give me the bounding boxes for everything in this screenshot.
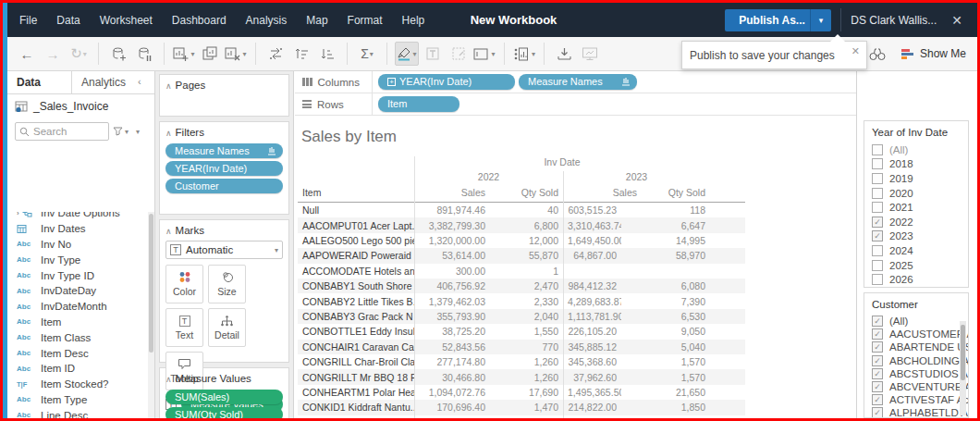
checkbox[interactable]: ✓: [872, 394, 883, 405]
undo-icon[interactable]: ←: [15, 42, 39, 66]
value-cell[interactable]: 1,094,072.76: [414, 387, 490, 398]
year-header-2023[interactable]: 2023: [563, 171, 710, 182]
window-close-icon[interactable]: ✕: [946, 13, 968, 28]
value-cell[interactable]: 58,970: [621, 250, 710, 261]
value-cell[interactable]: 21,650: [621, 387, 710, 398]
checkbox[interactable]: [872, 202, 883, 213]
filter-option-abcstudios-abc-[interactable]: ✓ABCSTUDIOS ABC ...: [872, 367, 968, 380]
field-item-inv-dates[interactable]: Inv Dates: [7, 221, 147, 237]
filter-option-2022[interactable]: ✓2022: [872, 215, 968, 229]
checkbox[interactable]: ✓: [872, 407, 883, 418]
menu-item-data[interactable]: Data: [56, 14, 80, 27]
value-cell[interactable]: 891,974.46: [414, 204, 490, 216]
table-row[interactable]: AACOMPUT01 Acer Lapt..3,382,799.306,8003…: [298, 217, 745, 232]
checkbox[interactable]: [872, 245, 883, 256]
checkbox[interactable]: [872, 188, 883, 199]
value-cell[interactable]: 53,614.00: [414, 250, 490, 261]
checkbox[interactable]: [872, 144, 883, 155]
value-cell[interactable]: 345,885.12: [563, 341, 621, 353]
item-cell[interactable]: CONBOTTLE1 Eddy Insul..: [298, 326, 414, 337]
filter-option-abcventure-abc-[interactable]: ✓ABCVENTURE ABC ...: [872, 380, 968, 393]
filter-option-2018[interactable]: 2018: [872, 157, 968, 172]
filter-option-abartende-usa-[interactable]: ✓ABARTENDE USA ...: [872, 341, 968, 353]
presentation-mode-icon[interactable]: [578, 42, 602, 66]
columns-pill-measure-names[interactable]: Measure Names: [519, 74, 637, 90]
table-row[interactable]: AAPOWERAID Poweraid ..53,614.0055,87064,…: [298, 248, 745, 263]
menu-item-help[interactable]: Help: [402, 14, 425, 27]
show-me-button[interactable]: Show Me: [900, 47, 966, 60]
item-cell[interactable]: CONBABY2 Little Tikes B..: [298, 296, 414, 307]
value-cell[interactable]: 2,330: [490, 296, 563, 307]
replay-icon[interactable]: ↻▾: [67, 42, 91, 66]
sort-ascending-icon[interactable]: [289, 42, 313, 66]
value-cell[interactable]: 300.00: [414, 266, 490, 277]
filter-option-abcholding-abc-[interactable]: ✓ABCHOLDING ABC ...: [872, 354, 968, 367]
filter-option--all-[interactable]: (All): [872, 142, 968, 157]
rows-pill-item[interactable]: Item: [378, 96, 459, 112]
new-worksheet-icon[interactable]: ▾: [172, 42, 196, 66]
value-cell[interactable]: 14,995: [621, 235, 710, 246]
color-button[interactable]: Color: [165, 265, 203, 303]
item-column-header[interactable]: Item: [302, 187, 321, 198]
menu-item-map[interactable]: Map: [306, 14, 327, 27]
value-cell[interactable]: 1,470: [490, 402, 563, 413]
value-cell[interactable]: 118: [621, 204, 710, 216]
item-cell[interactable]: AALEGO500 Lego 500 pie..: [298, 235, 414, 246]
field-item-item-desc[interactable]: AbcItem Desc: [7, 345, 147, 361]
tab-analytics[interactable]: Analytics: [72, 71, 138, 93]
publish-dropdown-caret[interactable]: ▾: [810, 9, 832, 31]
field-item-line-desc[interactable]: AbcLine Desc: [7, 407, 147, 418]
duplicate-sheet-icon[interactable]: [198, 42, 222, 66]
value-cell[interactable]: 17,690: [490, 387, 563, 398]
value-cell[interactable]: 1,510: [490, 417, 563, 421]
field-item-inv-no[interactable]: AbcInv No: [7, 237, 147, 253]
table-row[interactable]: CONBABY2 Little Tikes B..1,379,462.032,3…: [298, 293, 745, 308]
value-cell[interactable]: 6,530: [621, 311, 710, 322]
value-cell[interactable]: 12,000: [490, 235, 563, 246]
redo-icon[interactable]: →: [41, 42, 65, 66]
filter-option-2019[interactable]: 2019: [872, 171, 968, 186]
table-row[interactable]: CONGRILL Char-Broil Cla..277,174.801,260…: [298, 354, 745, 369]
filter-option-2024[interactable]: 2024: [872, 243, 968, 258]
checkbox[interactable]: [872, 173, 883, 184]
download-icon[interactable]: [552, 42, 576, 66]
table-row[interactable]: CONKID1 Kiddraft Nantu..170,696.401,4702…: [298, 400, 745, 415]
value-cell[interactable]: 275,212.60: [414, 417, 490, 421]
item-cell[interactable]: ACCOMODATE Hotels an..: [298, 266, 414, 277]
value-cell[interactable]: 1,260: [490, 372, 563, 383]
checkbox[interactable]: ✓: [872, 355, 883, 366]
filter-option-2026[interactable]: 2026: [872, 272, 968, 287]
value-cell[interactable]: 277,174.80: [414, 356, 490, 367]
pause-auto-updates-icon[interactable]: [132, 42, 156, 66]
filter-option-aacustomer-alta-[interactable]: ✓AACUSTOMER Alta...: [872, 328, 968, 341]
value-cell[interactable]: 6,647: [621, 220, 710, 231]
value-cell[interactable]: 30,466.80: [414, 372, 490, 383]
show-me-toolbar-icon[interactable]: ▾: [512, 42, 536, 66]
sales-2022-header[interactable]: Sales: [414, 187, 485, 198]
value-cell[interactable]: 1,649,450.00: [563, 235, 621, 246]
checkbox[interactable]: [872, 260, 883, 271]
tooltip-close-icon[interactable]: ✕: [851, 45, 860, 57]
value-cell[interactable]: 406,756.92: [414, 280, 490, 291]
checkbox[interactable]: ✓: [872, 381, 883, 392]
item-cell[interactable]: CONGRILL Char-Broil Cla..: [298, 356, 414, 367]
field-item-inv-type[interactable]: AbcInv Type: [7, 252, 147, 267]
item-cell[interactable]: CONKID2 Radio Flyer Int..: [298, 417, 414, 421]
menu-item-analysis[interactable]: Analysis: [246, 14, 288, 27]
item-cell[interactable]: CONBABY3 Grac Pack N P..: [298, 311, 414, 322]
checkbox[interactable]: ✓: [872, 368, 883, 379]
value-cell[interactable]: 1,379,462.03: [414, 296, 490, 307]
mark-type-dropdown[interactable]: T Automatic ▾: [165, 241, 283, 259]
value-cell[interactable]: 9,050: [621, 326, 710, 337]
search-input[interactable]: Search: [15, 122, 109, 141]
swap-rows-and-columns-icon[interactable]: [263, 42, 288, 66]
item-cell[interactable]: CONBABY1 South Shore ..: [298, 280, 414, 291]
marks-card[interactable]: ∧Marks T Automatic ▾ Color Size T Text: [159, 219, 289, 363]
table-row[interactable]: Null891,974.4640603,515.23118: [298, 203, 745, 217]
new-data-source-icon[interactable]: [106, 42, 130, 66]
column-group-header[interactable]: Inv Date: [414, 156, 710, 167]
tab-data[interactable]: Data: [7, 71, 72, 93]
table-row[interactable]: CONBABY1 South Shore ..406,756.922,47098…: [298, 279, 745, 293]
field-item-invdateday[interactable]: AbcInvDateDay: [7, 283, 147, 299]
value-cell[interactable]: 38,725.20: [414, 326, 490, 337]
